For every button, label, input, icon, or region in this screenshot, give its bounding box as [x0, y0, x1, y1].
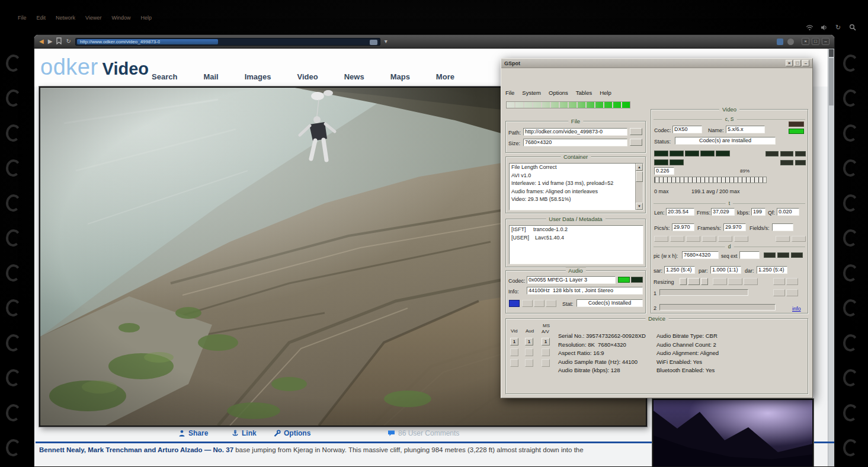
nav-mail[interactable]: Mail	[203, 72, 218, 81]
metadata-box[interactable]: [ISFT] trancode-1.0.2 [USER] Lavc51.40.4	[509, 225, 643, 264]
codec-led[interactable]	[670, 151, 684, 156]
menu-system[interactable]: System	[522, 89, 541, 96]
frms-field[interactable]: 37,029	[711, 208, 735, 216]
container-scrollbar[interactable]: ▲ ▼	[635, 164, 643, 210]
resize-option-button[interactable]	[744, 278, 758, 285]
next-video-thumbnail[interactable]	[652, 399, 813, 466]
close-icon[interactable]: ×	[802, 38, 809, 45]
site-logo[interactable]: odker Video	[40, 55, 149, 80]
aspect-flag[interactable]	[791, 252, 803, 258]
os-menu-window[interactable]: Window	[111, 15, 130, 21]
device-slot-button[interactable]	[542, 359, 550, 367]
seq-ext-field[interactable]	[739, 251, 760, 259]
container-listbox[interactable]: File Length Correct AVI v1.0 Interleave:…	[509, 163, 643, 210]
bitrate-meter-value[interactable]: 0.226	[654, 167, 674, 175]
video-status-field[interactable]: Codec(s) are Installed	[675, 137, 776, 145]
scroll-down-icon[interactable]: ▼	[636, 203, 643, 210]
maximize-icon[interactable]: □	[794, 60, 801, 66]
address-bar[interactable]: http://www.odker.com/video_499873-0	[75, 38, 380, 46]
resize-row1-bar[interactable]	[659, 289, 748, 296]
resize-row1-button[interactable]	[773, 289, 785, 296]
search-icon[interactable]	[848, 24, 856, 31]
nav-images[interactable]: Images	[245, 72, 271, 81]
video-badge-dark[interactable]	[789, 121, 804, 127]
codec-flag[interactable]	[780, 151, 793, 156]
os-menu-viewer[interactable]: Viewer	[85, 15, 101, 21]
codec-flag[interactable]	[765, 151, 779, 156]
audio-led-on[interactable]	[618, 277, 630, 283]
comments-link[interactable]: 86 User Comments	[387, 429, 459, 437]
close-icon[interactable]: ×	[786, 60, 793, 66]
device-slot-button[interactable]	[525, 348, 533, 356]
kbps-field[interactable]: 199	[751, 208, 765, 216]
audio-blue-led[interactable]	[509, 300, 520, 307]
bookmark-icon[interactable]	[56, 36, 62, 47]
nav-search[interactable]: Search	[152, 72, 177, 81]
codec-flag[interactable]	[795, 160, 806, 165]
refresh-button-icon[interactable]: ↻	[66, 39, 71, 44]
refresh-icon[interactable]: ↻	[834, 24, 842, 31]
nav-news[interactable]: News	[344, 72, 364, 81]
os-menu-help[interactable]: Help	[140, 15, 152, 21]
size-field[interactable]: 7680×4320	[523, 139, 627, 146]
volume-icon[interactable]	[820, 24, 828, 31]
back-button-icon[interactable]: ◀	[39, 39, 44, 44]
aspect-flag[interactable]	[764, 252, 776, 258]
len-field[interactable]: 20:35.54	[666, 208, 694, 216]
os-menu-edit[interactable]: Edit	[37, 15, 46, 21]
audio-stat-field[interactable]: Codec(s) Installed	[576, 299, 643, 307]
audio-codec-field[interactable]: 0x0055 MPEG-1 Layer 3	[527, 276, 616, 284]
link-button[interactable]: Link	[232, 429, 257, 437]
codec-flag[interactable]	[795, 151, 806, 156]
aud-device-button[interactable]: 1	[525, 338, 533, 346]
audio-info-field[interactable]: 44100Hz 128 kb/s tot , Joint Stereo	[527, 287, 643, 295]
resize-option-button[interactable]	[728, 278, 742, 285]
fields-field[interactable]	[772, 223, 793, 231]
frame-mode-button[interactable]	[792, 236, 806, 242]
video-name-field[interactable]: 5.x/6.x	[726, 126, 765, 133]
wifi-icon[interactable]	[806, 24, 813, 31]
msav-device-button[interactable]: 1	[542, 338, 550, 346]
address-dropdown-icon[interactable]: ▾	[385, 39, 387, 44]
codec-led[interactable]	[700, 151, 715, 156]
nav-video[interactable]: Video	[297, 72, 318, 81]
resize-row1-button[interactable]	[786, 289, 798, 296]
resize-option-button[interactable]	[713, 278, 727, 285]
device-slot-button[interactable]	[542, 348, 550, 356]
options-button[interactable]: Options	[273, 429, 310, 437]
resize-value-button[interactable]	[688, 278, 700, 285]
audio-tiny-button[interactable]	[534, 300, 544, 307]
page-scrollbar[interactable]	[828, 49, 834, 466]
bitrate-ruler[interactable]	[654, 177, 767, 183]
dar-field[interactable]: 1.250 (5:4)	[757, 266, 787, 274]
video-badge-green[interactable]	[789, 129, 804, 134]
extension-icon[interactable]	[777, 39, 783, 45]
os-menu-file[interactable]: File	[18, 15, 27, 21]
frames-field[interactable]: 29.970	[723, 223, 746, 231]
menu-file[interactable]: File	[505, 89, 514, 96]
path-browse-button[interactable]	[630, 128, 642, 135]
maximize-icon[interactable]: □	[812, 38, 819, 45]
pics-field[interactable]: 29.970	[672, 223, 694, 231]
resize-left-button[interactable]	[680, 278, 687, 285]
frame-mode-button[interactable]	[734, 236, 748, 242]
resize-option-button[interactable]	[773, 278, 785, 285]
video-codec-field[interactable]: DX50	[672, 126, 702, 133]
resize-right-button[interactable]	[701, 278, 708, 285]
vid-device-button[interactable]: 1	[510, 338, 518, 346]
settings-icon[interactable]	[787, 39, 794, 45]
frame-mode-button[interactable]	[776, 236, 790, 242]
device-slot-button[interactable]	[510, 348, 518, 356]
aspect-flag[interactable]	[777, 252, 789, 258]
device-slot-button[interactable]	[510, 359, 518, 367]
info-link[interactable]: info	[792, 306, 801, 312]
frame-mode-button[interactable]	[718, 236, 732, 242]
menu-help[interactable]: Help	[600, 89, 611, 96]
audio-tiny-button[interactable]	[522, 300, 533, 307]
codec-led[interactable]	[654, 159, 668, 165]
analyzer-titlebar[interactable]: GSpot × □ –	[501, 59, 812, 68]
share-button[interactable]: Share	[178, 429, 208, 437]
codec-led[interactable]	[670, 159, 684, 165]
frame-mode-button[interactable]	[702, 236, 716, 242]
scroll-up-icon[interactable]: ▲	[636, 164, 643, 171]
